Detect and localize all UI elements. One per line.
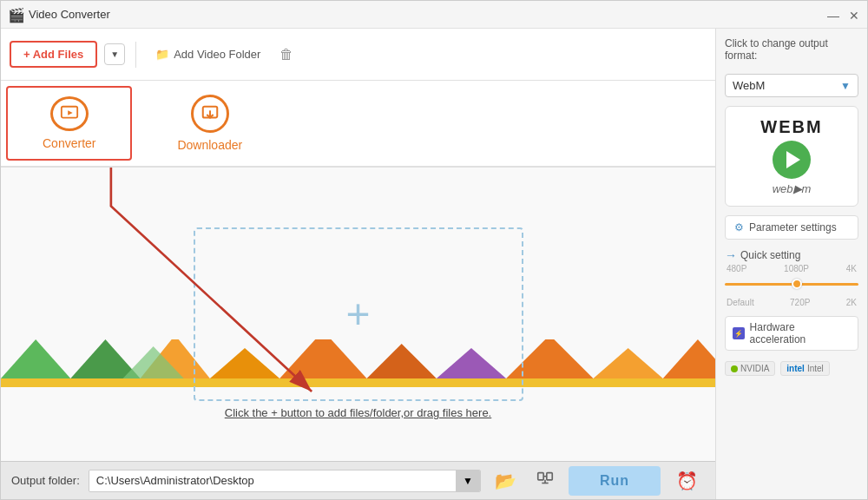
format-dropdown-arrow: ▼ <box>840 80 851 92</box>
merge-button[interactable] <box>530 467 560 494</box>
tabs-area: Converter Downloader <box>1 81 715 168</box>
res-480p: 480P <box>727 264 746 273</box>
resolution-labels-bottom: Default 720P 2K <box>725 298 858 307</box>
output-path-input[interactable] <box>89 470 456 490</box>
intel-label: Intel <box>807 364 824 373</box>
quick-setting-section: → Quick setting 480P 1080P 4K Default 72… <box>725 248 858 307</box>
tab-downloader-label: Downloader <box>177 138 242 152</box>
tab-downloader[interactable]: Downloader <box>142 86 277 161</box>
toolbar: + Add Files ▼ 📁 Add Video Folder 🗑 <box>1 29 715 81</box>
nvidia-label: NVIDIA <box>740 364 769 373</box>
run-button[interactable]: Run <box>569 466 661 496</box>
webm-title: WEBM <box>760 117 822 137</box>
file-drop-area[interactable]: + Click the + button to add files/folder… <box>1 168 715 461</box>
right-sidebar: Click to change output format: WebM ▼ WE… <box>715 29 867 499</box>
add-files-dropdown[interactable]: ▼ <box>104 43 125 65</box>
svg-marker-1 <box>68 110 73 115</box>
webm-subtitle: web▶m <box>773 182 812 195</box>
format-dropdown[interactable]: WebM ▼ <box>725 74 858 97</box>
app-icon: 🎬 <box>8 7 23 23</box>
slider-thumb[interactable] <box>792 279 802 289</box>
format-preview-box: WEBM web▶m <box>725 106 858 207</box>
quick-arrow-icon: → <box>725 248 737 262</box>
format-section-label: Click to change output format: <box>725 37 858 62</box>
minimize-button[interactable]: — <box>827 9 839 21</box>
res-1080p: 1080P <box>784 264 809 273</box>
res-4k: 4K <box>846 264 857 273</box>
intel-badge: intel Intel <box>780 361 829 376</box>
window-title: Video Converter <box>29 8 827 21</box>
window-controls: — ✕ <box>827 9 860 21</box>
drop-hint-text: Click the + button to add files/folder,o… <box>225 406 491 419</box>
nvidia-dot <box>731 365 738 372</box>
nvidia-badge: NVIDIA <box>725 361 775 376</box>
delete-button[interactable]: 🗑 <box>276 43 297 66</box>
res-default: Default <box>727 298 754 307</box>
res-2k: 2K <box>846 298 857 307</box>
svg-rect-16 <box>538 473 543 480</box>
res-720p: 720P <box>790 298 810 307</box>
intel-logo: intel <box>786 364 805 373</box>
folder-icon: 📁 <box>155 48 169 61</box>
resolution-labels-top: 480P 1080P 4K <box>725 264 858 273</box>
toolbar-divider <box>135 42 136 68</box>
main-window: 🎬 Video Converter — ✕ + Add Files ▼ 📁 Ad… <box>0 0 868 500</box>
title-bar: 🎬 Video Converter — ✕ <box>1 1 867 29</box>
converter-icon <box>50 96 89 131</box>
format-value: WebM <box>733 79 765 92</box>
gpu-badges: NVIDIA intel Intel <box>725 359 858 378</box>
main-panel: + Add Files ▼ 📁 Add Video Folder 🗑 <box>1 29 715 499</box>
play-triangle <box>786 151 800 168</box>
svg-rect-17 <box>547 473 552 480</box>
svg-marker-4 <box>1 339 70 378</box>
hw-accel-icon: ⚡ <box>733 327 745 339</box>
tab-converter[interactable]: Converter <box>6 86 132 161</box>
param-settings-icon: ⚙ <box>734 221 744 234</box>
svg-marker-12 <box>593 348 662 378</box>
webm-play-icon <box>773 141 811 179</box>
downloader-icon <box>191 95 229 133</box>
bottom-bar: Output folder: ▼ 📂 Run ⏰ <box>1 461 715 499</box>
resolution-slider[interactable] <box>725 275 858 294</box>
output-path-dropdown[interactable]: ▼ <box>456 470 480 491</box>
content-area: + Add Files ▼ 📁 Add Video Folder 🗑 <box>1 29 867 499</box>
drop-zone[interactable]: + <box>194 227 523 401</box>
drop-zone-plus-icon: + <box>345 293 370 335</box>
browse-folder-button[interactable]: 📂 <box>490 469 522 493</box>
quick-setting-label: → Quick setting <box>725 248 858 262</box>
tab-converter-label: Converter <box>43 136 95 150</box>
add-files-button[interactable]: + Add Files <box>10 41 97 68</box>
close-button[interactable]: ✕ <box>848 9 860 21</box>
hardware-acceleration-section: ⚡ Hardware acceleration <box>725 316 858 351</box>
svg-marker-13 <box>663 339 715 378</box>
alarm-button[interactable]: ⏰ <box>669 469 705 493</box>
parameter-settings-button[interactable]: ⚙ Parameter settings <box>725 215 858 240</box>
add-video-folder-button[interactable]: 📁 Add Video Folder <box>147 43 269 66</box>
output-folder-label: Output folder: <box>11 474 80 487</box>
hw-accel-label: Hardware acceleration <box>750 321 851 345</box>
